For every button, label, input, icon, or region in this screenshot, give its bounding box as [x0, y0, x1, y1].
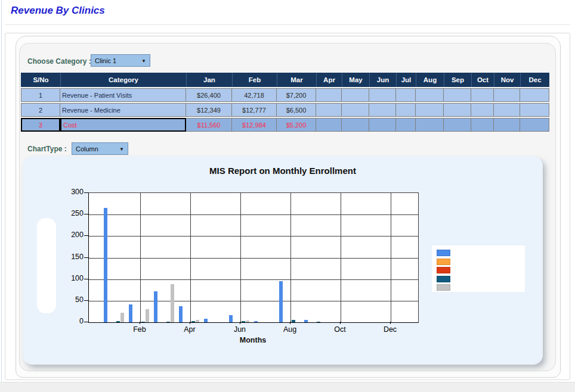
y-tick-mark — [84, 300, 88, 301]
gridline-horizontal — [89, 214, 418, 215]
gridline-horizontal — [89, 301, 418, 301]
bar-series-gray-mar — [171, 284, 174, 322]
bar-series-blue-jan — [104, 208, 107, 322]
category-dropdown[interactable]: ▼ Clinic 1 — [91, 54, 150, 67]
value-cell — [369, 103, 396, 117]
value-cell: $6,500 — [277, 103, 316, 117]
table-header-cell: Feb — [232, 73, 277, 87]
table-header-cell: Dec — [520, 73, 549, 87]
value-cell — [444, 118, 471, 132]
category-cell: Revenue - Patient Visits — [60, 88, 186, 102]
bar-series-gray-apr — [196, 320, 199, 322]
value-cell — [416, 88, 444, 102]
value-cell — [416, 118, 444, 132]
value-cell — [316, 118, 342, 132]
revenue-table-container: S/NoCategoryJanFebMarAprMayJunJulAugSepO… — [21, 71, 549, 133]
table-row[interactable]: 1Revenue - Patient Visits$26,40042,718$7… — [21, 88, 549, 102]
table-header-cell: Nov — [494, 73, 520, 87]
bar-series-blue-aug — [279, 281, 283, 322]
value-cell — [342, 88, 369, 102]
bar-series-teal-aug — [292, 320, 295, 322]
table-row[interactable]: 3Cost$11,560$12,984$5,200 — [21, 118, 549, 132]
value-cell: 42,718 — [232, 88, 277, 102]
category-cell: Cost — [60, 118, 186, 132]
table-header-cell: Mar — [277, 73, 316, 87]
y-tick-mark — [84, 322, 88, 322]
bar-series-blue-jul — [254, 321, 258, 322]
x-tick-mark — [390, 322, 391, 324]
x-tick-label: Apr — [178, 325, 202, 334]
table-header-cell: Jul — [396, 73, 416, 87]
table-header-cell: Category — [60, 73, 186, 87]
table-header-cell: Apr — [316, 73, 342, 87]
value-cell — [494, 88, 520, 102]
value-cell — [396, 88, 416, 102]
bar-series-gray-feb — [146, 309, 149, 322]
y-tick-mark — [84, 192, 88, 193]
x-axis-title: Months — [88, 336, 418, 344]
category-cell: Revenue - Medicine — [60, 103, 186, 117]
page-title: Revenue By Clinics — [11, 5, 105, 17]
x-tick-label: Oct — [328, 325, 352, 334]
gridline-horizontal — [89, 236, 418, 237]
gridline-horizontal — [89, 279, 418, 280]
y-tick-label: 300 — [60, 188, 84, 196]
bar-series-teal-jun — [242, 321, 245, 322]
value-cell — [396, 103, 416, 117]
value-cell — [471, 103, 494, 117]
y-tick-label: 100 — [60, 274, 84, 282]
legend-label-series-blue — [455, 250, 520, 257]
gridline-vertical — [341, 193, 341, 322]
bar-series-gray-jun — [246, 321, 249, 322]
chart-legend — [432, 245, 525, 292]
charttype-dropdown-value: Column — [76, 145, 98, 153]
chevron-down-icon: ▼ — [119, 143, 124, 155]
x-tick-label: Aug — [278, 325, 302, 334]
table-header-cell: Jun — [369, 73, 396, 87]
bar-series-gray-jan — [120, 313, 124, 322]
value-cell — [520, 88, 549, 102]
page-left-border — [1, 0, 2, 381]
value-cell — [520, 103, 549, 117]
table-header-cell: S/No — [21, 73, 60, 87]
bar-series-blue-feb — [129, 304, 132, 322]
value-cell: $12,777 — [232, 103, 277, 117]
x-tick-mark — [340, 322, 341, 324]
bar-series-teal-sep — [317, 322, 320, 322]
y-tick-label: 200 — [60, 231, 84, 239]
legend-swatch-series-gray — [437, 284, 450, 291]
bar-series-blue-jun — [229, 315, 233, 322]
value-cell — [471, 118, 494, 132]
y-tick-label: 0 — [60, 317, 84, 325]
legend-label-series-orange — [455, 259, 520, 266]
y-axis-title-blank-patch — [37, 218, 56, 313]
value-cell — [416, 103, 444, 117]
value-cell — [369, 118, 396, 132]
legend-swatch-series-teal — [437, 276, 450, 282]
x-tick-label: Dec — [378, 325, 402, 334]
x-tick-label: Feb — [128, 325, 152, 334]
y-tick-mark — [84, 235, 88, 236]
value-cell — [396, 118, 416, 132]
chevron-down-icon: ▼ — [141, 55, 146, 67]
legend-swatch-series-red — [437, 267, 450, 273]
table-row[interactable]: 2Revenue - Medicine$12,349$12,777$6,500 — [21, 103, 549, 117]
legend-label-series-red — [455, 267, 520, 274]
value-cell — [342, 103, 369, 117]
bar-series-teal-apr — [191, 321, 195, 322]
bar-series-blue-apr — [179, 306, 183, 322]
value-cell — [342, 118, 369, 132]
bar-series-blue-sep — [304, 320, 308, 322]
value-cell: $26,400 — [186, 88, 232, 102]
charttype-dropdown[interactable]: ▼ Column — [72, 142, 128, 155]
value-cell — [444, 88, 471, 102]
table-header-cell: May — [342, 73, 369, 87]
legend-swatch-series-orange — [437, 259, 450, 265]
gridline-vertical — [140, 193, 141, 322]
value-cell — [316, 103, 342, 117]
value-cell — [369, 88, 396, 102]
x-tick-label: Jun — [228, 325, 252, 334]
gridline-vertical — [190, 193, 191, 322]
value-cell: $12,349 — [186, 103, 232, 117]
gridline-horizontal — [89, 258, 418, 259]
